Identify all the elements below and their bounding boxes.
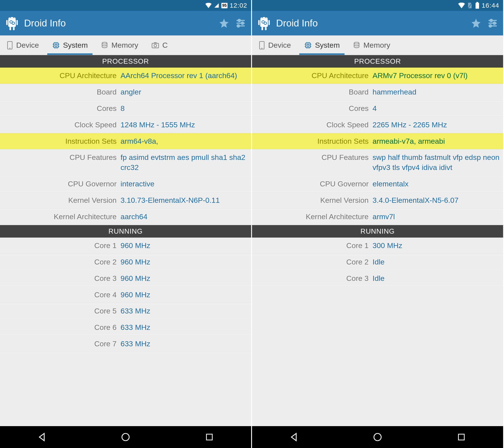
content-area[interactable]: PROCESSOR CPU ArchitectureARMv7 Processo…	[252, 55, 503, 426]
info-label: Kernel Version	[252, 195, 373, 205]
info-value: 2265 MHz - 2265 MHz	[373, 120, 503, 130]
svg-point-63	[374, 433, 381, 441]
info-row: Boardangler	[0, 84, 251, 100]
info-label: Core 1	[0, 241, 121, 251]
info-row: Instruction Setsarmeabi-v7a, armeabi	[252, 133, 503, 150]
info-value: Idle	[373, 257, 503, 267]
info-label: Core 2	[0, 257, 121, 267]
info-value: fp asimd evtstrm aes pmull sha1 sha2 crc…	[121, 152, 251, 173]
info-value: Idle	[373, 273, 503, 284]
svg-rect-2	[17, 20, 18, 25]
info-value: 960 MHz	[121, 273, 251, 284]
tab-device[interactable]: Device	[0, 36, 46, 55]
info-row: Core 1960 MHz	[0, 238, 251, 254]
nav-recent-button[interactable]	[203, 430, 216, 444]
app-logo-icon	[4, 16, 20, 31]
tab-device[interactable]: Device	[252, 36, 298, 55]
info-value: armv7l	[373, 212, 503, 222]
nav-back-button[interactable]	[287, 430, 300, 444]
svg-point-29	[154, 44, 157, 47]
info-row: Cores8	[0, 100, 251, 117]
info-value: 3.10.73-ElementalX-N6P-0.11	[121, 195, 251, 205]
status-time: 16:44	[482, 2, 499, 9]
wifi-icon	[458, 3, 465, 8]
android-navbar	[0, 426, 251, 448]
info-row: Clock Speed1248 MHz - 1555 MHz	[0, 117, 251, 133]
info-label: Instruction Sets	[252, 136, 373, 146]
info-row: Core 2960 MHz	[0, 254, 251, 270]
info-value: 4	[373, 104, 503, 113]
nav-home-button[interactable]	[371, 430, 384, 444]
info-label: Instruction Sets	[0, 136, 121, 146]
nav-back-button[interactable]	[35, 430, 48, 444]
info-value: 960 MHz	[121, 257, 251, 267]
info-value: 8	[121, 104, 251, 113]
battery-icon	[475, 2, 480, 9]
favorite-button[interactable]	[218, 17, 230, 29]
database-icon	[101, 41, 108, 49]
tab-memory[interactable]: Memory	[94, 36, 145, 55]
svg-rect-3	[9, 27, 11, 30]
tab-label: Device	[268, 41, 291, 50]
favorite-button[interactable]	[470, 17, 482, 29]
no-sim-icon	[467, 2, 473, 9]
info-label: Core 3	[0, 273, 121, 284]
content-area[interactable]: PROCESSOR CPU ArchitectureAArch64 Proces…	[0, 55, 251, 426]
tab-system[interactable]: System	[46, 36, 94, 55]
info-label: Cores	[0, 104, 121, 113]
info-row: Kernel Architectureaarch64	[0, 209, 251, 225]
info-value: interactive	[121, 179, 251, 189]
info-label: Core 3	[252, 273, 373, 284]
tab-memory[interactable]: Memory	[346, 36, 397, 55]
nav-home-button[interactable]	[119, 430, 132, 444]
info-value: AArch64 Processor rev 1 (aarch64)	[121, 71, 251, 81]
info-value: armeabi-v7a, armeabi	[373, 136, 503, 146]
nav-recent-button[interactable]	[455, 430, 468, 444]
info-value: 300 MHz	[373, 241, 503, 251]
settings-sliders-button[interactable]	[234, 17, 247, 29]
section-header-running: RUNNING	[0, 225, 251, 238]
settings-sliders-button[interactable]	[486, 17, 499, 29]
tab-label: C	[162, 41, 168, 50]
info-row: CPU ArchitectureARMv7 Processor rev 0 (v…	[252, 68, 503, 84]
info-row: Kernel Architecturearmv7l	[252, 209, 503, 225]
svg-point-5	[10, 17, 11, 18]
info-row: Instruction Setsarm64-v8a,	[0, 133, 251, 150]
svg-point-49	[489, 25, 491, 27]
info-row: Core 2Idle	[252, 254, 503, 270]
info-row: CPU ArchitectureAArch64 Processor rev 1 …	[0, 68, 251, 84]
tab-bar: Device System Memory C	[0, 36, 251, 55]
info-row: Core 3960 MHz	[0, 270, 251, 287]
database-icon	[353, 41, 360, 49]
info-row: Core 7633 MHz	[0, 336, 251, 352]
svg-rect-33	[476, 3, 479, 9]
tab-label: Memory	[111, 41, 138, 50]
info-label: Core 6	[0, 323, 121, 333]
status-bar: 95 12:02	[0, 0, 251, 11]
tab-system[interactable]: System	[298, 36, 346, 55]
info-label: Core 1	[252, 241, 373, 251]
info-label: Kernel Architecture	[0, 212, 121, 222]
info-value: angler	[121, 87, 251, 97]
svg-point-41	[265, 17, 266, 18]
svg-rect-38	[261, 27, 263, 30]
info-label: CPU Architecture	[252, 71, 373, 81]
svg-rect-1	[6, 20, 8, 25]
info-label: Core 5	[0, 306, 121, 316]
section-header-processor: PROCESSOR	[252, 55, 503, 68]
svg-point-6	[13, 17, 14, 18]
status-bar: 16:44	[252, 0, 503, 11]
svg-rect-53	[307, 44, 309, 46]
section-header-processor: PROCESSOR	[0, 55, 251, 68]
svg-rect-36	[258, 20, 260, 25]
info-value: elementalx	[373, 179, 503, 189]
info-value: ARMv7 Processor rev 0 (v7l)	[373, 71, 503, 81]
info-label: CPU Governor	[0, 179, 121, 189]
section-header-running: RUNNING	[252, 225, 503, 238]
status-time: 12:02	[230, 2, 247, 9]
info-row: CPU Governorelementalx	[252, 176, 503, 192]
svg-point-27	[102, 42, 107, 44]
tab-camera[interactable]: C	[145, 36, 174, 55]
phone-right: 16:44 Droid Info	[252, 0, 504, 448]
info-label: Board	[0, 87, 121, 97]
